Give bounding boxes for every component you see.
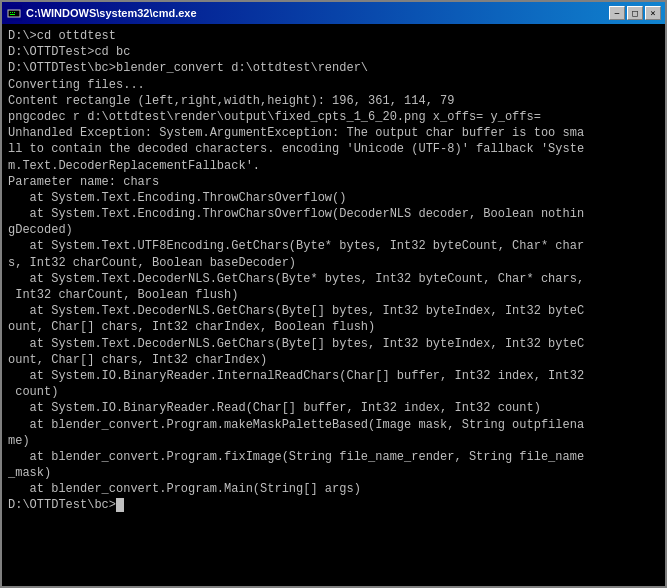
console-line: pngcodec r d:\ottdtest\render\output\fix… bbox=[8, 109, 659, 125]
window-title: C:\WINDOWS\system32\cmd.exe bbox=[26, 7, 197, 19]
console-line: at System.Text.DecoderNLS.GetChars(Byte*… bbox=[8, 271, 659, 287]
console-line: ount, Char[] chars, Int32 charIndex) bbox=[8, 352, 659, 368]
console-line: D:\OTTDTest\bc> bbox=[8, 497, 659, 513]
console-line: at System.Text.Encoding.ThrowCharsOverfl… bbox=[8, 190, 659, 206]
svg-rect-1 bbox=[9, 11, 19, 16]
console-line: at blender_convert.Program.makeMaskPalet… bbox=[8, 417, 659, 433]
title-buttons: − □ × bbox=[609, 6, 661, 20]
console-line: at blender_convert.Program.Main(String[]… bbox=[8, 481, 659, 497]
console-line: gDecoded) bbox=[8, 222, 659, 238]
console-line: Converting files... bbox=[8, 77, 659, 93]
console-line: at System.IO.BinaryReader.Read(Char[] bu… bbox=[8, 400, 659, 416]
title-bar-left: C:\WINDOWS\system32\cmd.exe bbox=[6, 5, 197, 21]
console-line: ll to contain the decoded characters. en… bbox=[8, 141, 659, 157]
console-line: at System.Text.DecoderNLS.GetChars(Byte[… bbox=[8, 303, 659, 319]
console-line: me) bbox=[8, 433, 659, 449]
console-line: Unhandled Exception: System.ArgumentExce… bbox=[8, 125, 659, 141]
console-line: count) bbox=[8, 384, 659, 400]
console-line: at System.Text.DecoderNLS.GetChars(Byte[… bbox=[8, 336, 659, 352]
console-line: _mask) bbox=[8, 465, 659, 481]
console-line: at System.IO.BinaryReader.InternalReadCh… bbox=[8, 368, 659, 384]
console-line: ount, Char[] chars, Int32 charIndex, Boo… bbox=[8, 319, 659, 335]
cmd-window: C:\WINDOWS\system32\cmd.exe − □ × D:\>cd… bbox=[0, 0, 667, 588]
console-output[interactable]: D:\>cd ottdtestD:\OTTDTest>cd bcD:\OTTDT… bbox=[2, 24, 665, 586]
console-line: at System.Text.UTF8Encoding.GetChars(Byt… bbox=[8, 238, 659, 254]
console-line: Content rectangle (left,right,width,heig… bbox=[8, 93, 659, 109]
title-bar: C:\WINDOWS\system32\cmd.exe − □ × bbox=[2, 2, 665, 24]
console-line: Int32 charCount, Boolean flush) bbox=[8, 287, 659, 303]
cursor bbox=[116, 498, 124, 512]
console-line: D:\OTTDTest\bc>blender_convert d:\ottdte… bbox=[8, 60, 659, 76]
maximize-button[interactable]: □ bbox=[627, 6, 643, 20]
console-line: D:\OTTDTest>cd bc bbox=[8, 44, 659, 60]
svg-rect-4 bbox=[14, 12, 15, 13]
console-line: at blender_convert.Program.fixImage(Stri… bbox=[8, 449, 659, 465]
svg-rect-5 bbox=[10, 14, 15, 15]
console-line: Parameter name: chars bbox=[8, 174, 659, 190]
svg-rect-2 bbox=[10, 12, 11, 13]
console-line: D:\>cd ottdtest bbox=[8, 28, 659, 44]
window-icon bbox=[6, 5, 22, 21]
close-button[interactable]: × bbox=[645, 6, 661, 20]
console-line: s, Int32 charCount, Boolean baseDecoder) bbox=[8, 255, 659, 271]
minimize-button[interactable]: − bbox=[609, 6, 625, 20]
svg-rect-3 bbox=[12, 12, 13, 13]
console-line: m.Text.DecoderReplacementFallback'. bbox=[8, 158, 659, 174]
console-line: at System.Text.Encoding.ThrowCharsOverfl… bbox=[8, 206, 659, 222]
